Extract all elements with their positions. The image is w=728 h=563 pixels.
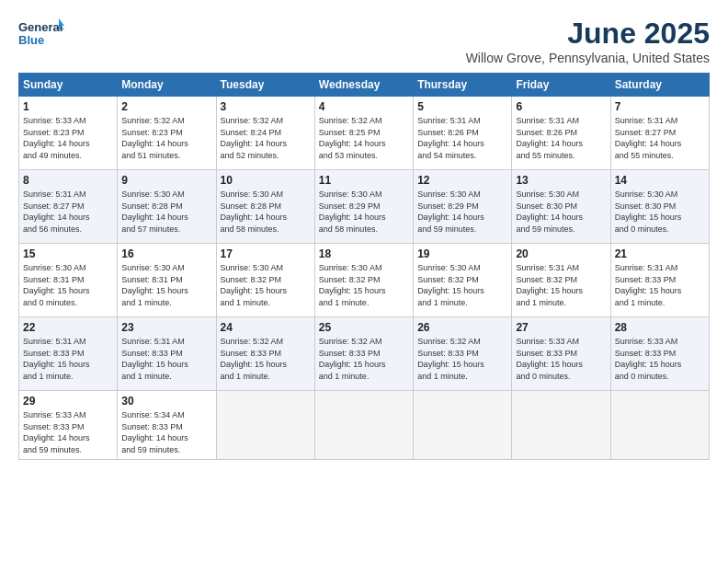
day-number: 3: [221, 100, 311, 113]
cell-info: Sunrise: 5:30 AM Sunset: 8:32 PM Dayligh…: [319, 262, 409, 308]
week-row-3: 15Sunrise: 5:30 AM Sunset: 8:31 PM Dayli…: [19, 244, 710, 317]
day-number: 28: [615, 321, 705, 334]
cell-info: Sunrise: 5:31 AM Sunset: 8:27 PM Dayligh…: [615, 115, 705, 161]
day-number: 29: [23, 395, 113, 408]
calendar-cell: 1Sunrise: 5:33 AM Sunset: 8:23 PM Daylig…: [19, 97, 118, 170]
cell-info: Sunrise: 5:33 AM Sunset: 8:33 PM Dayligh…: [615, 336, 705, 382]
calendar-cell: 8Sunrise: 5:31 AM Sunset: 8:27 PM Daylig…: [19, 170, 118, 244]
calendar-cell: 30Sunrise: 5:34 AM Sunset: 8:33 PM Dayli…: [118, 391, 216, 460]
day-number: 11: [319, 174, 409, 187]
cell-info: Sunrise: 5:30 AM Sunset: 8:28 PM Dayligh…: [221, 189, 311, 235]
calendar-cell: 15Sunrise: 5:30 AM Sunset: 8:31 PM Dayli…: [19, 244, 118, 317]
day-number: 13: [516, 174, 606, 187]
day-number: 16: [121, 247, 211, 260]
title-block: June 2025 Willow Grove, Pennsylvania, Un…: [466, 17, 710, 65]
day-number: 8: [23, 174, 113, 187]
calendar-cell: 4Sunrise: 5:32 AM Sunset: 8:25 PM Daylig…: [314, 97, 413, 170]
cell-info: Sunrise: 5:32 AM Sunset: 8:25 PM Dayligh…: [319, 115, 409, 161]
calendar-cell: [314, 391, 413, 460]
logo: General Blue: [18, 17, 64, 53]
calendar-cell: 13Sunrise: 5:30 AM Sunset: 8:30 PM Dayli…: [512, 170, 610, 244]
day-number: 26: [417, 321, 507, 334]
day-number: 18: [319, 247, 409, 260]
day-header-sunday: Sunday: [19, 74, 118, 97]
calendar-table: SundayMondayTuesdayWednesdayThursdayFrid…: [18, 73, 710, 460]
calendar-cell: [610, 391, 709, 460]
cell-info: Sunrise: 5:32 AM Sunset: 8:24 PM Dayligh…: [221, 115, 311, 161]
calendar-cell: 29Sunrise: 5:33 AM Sunset: 8:33 PM Dayli…: [19, 391, 118, 460]
cell-info: Sunrise: 5:31 AM Sunset: 8:26 PM Dayligh…: [516, 115, 606, 161]
calendar-cell: 9Sunrise: 5:30 AM Sunset: 8:28 PM Daylig…: [118, 170, 216, 244]
calendar-page: General Blue June 2025 Willow Grove, Pen…: [0, 0, 728, 563]
calendar-cell: 18Sunrise: 5:30 AM Sunset: 8:32 PM Dayli…: [314, 244, 413, 317]
day-number: 12: [417, 174, 507, 187]
day-number: 4: [319, 100, 409, 113]
day-number: 23: [121, 321, 211, 334]
cell-info: Sunrise: 5:31 AM Sunset: 8:27 PM Dayligh…: [23, 189, 113, 235]
calendar-cell: 28Sunrise: 5:33 AM Sunset: 8:33 PM Dayli…: [610, 317, 709, 391]
day-number: 7: [615, 100, 705, 113]
day-header-monday: Monday: [118, 74, 216, 97]
logo-svg: General Blue: [18, 17, 64, 53]
day-number: 21: [615, 247, 705, 260]
calendar-cell: 22Sunrise: 5:31 AM Sunset: 8:33 PM Dayli…: [19, 317, 118, 391]
header: General Blue June 2025 Willow Grove, Pen…: [18, 17, 710, 65]
day-number: 6: [516, 100, 606, 113]
day-number: 22: [23, 321, 113, 334]
day-header-tuesday: Tuesday: [216, 74, 314, 97]
calendar-cell: 19Sunrise: 5:30 AM Sunset: 8:32 PM Dayli…: [414, 244, 512, 317]
calendar-cell: 20Sunrise: 5:31 AM Sunset: 8:32 PM Dayli…: [512, 244, 610, 317]
day-number: 19: [417, 247, 507, 260]
svg-text:General: General: [18, 20, 63, 34]
calendar-cell: 24Sunrise: 5:32 AM Sunset: 8:33 PM Dayli…: [216, 317, 314, 391]
calendar-cell: 7Sunrise: 5:31 AM Sunset: 8:27 PM Daylig…: [610, 97, 709, 170]
cell-info: Sunrise: 5:30 AM Sunset: 8:28 PM Dayligh…: [121, 189, 211, 235]
day-header-thursday: Thursday: [414, 74, 512, 97]
calendar-cell: [512, 391, 610, 460]
svg-text:Blue: Blue: [18, 33, 44, 47]
calendar-cell: 26Sunrise: 5:32 AM Sunset: 8:33 PM Dayli…: [414, 317, 512, 391]
week-row-1: 1Sunrise: 5:33 AM Sunset: 8:23 PM Daylig…: [19, 97, 710, 170]
day-number: 10: [221, 174, 311, 187]
calendar-cell: 10Sunrise: 5:30 AM Sunset: 8:28 PM Dayli…: [216, 170, 314, 244]
day-number: 9: [121, 174, 211, 187]
calendar-cell: 2Sunrise: 5:32 AM Sunset: 8:23 PM Daylig…: [118, 97, 216, 170]
day-header-saturday: Saturday: [610, 74, 709, 97]
cell-info: Sunrise: 5:30 AM Sunset: 8:32 PM Dayligh…: [417, 262, 507, 308]
cell-info: Sunrise: 5:30 AM Sunset: 8:30 PM Dayligh…: [615, 189, 705, 235]
week-row-2: 8Sunrise: 5:31 AM Sunset: 8:27 PM Daylig…: [19, 170, 710, 244]
cell-info: Sunrise: 5:32 AM Sunset: 8:33 PM Dayligh…: [417, 336, 507, 382]
calendar-cell: 27Sunrise: 5:33 AM Sunset: 8:33 PM Dayli…: [512, 317, 610, 391]
calendar-subtitle: Willow Grove, Pennsylvania, United State…: [466, 51, 710, 65]
cell-info: Sunrise: 5:30 AM Sunset: 8:31 PM Dayligh…: [23, 262, 113, 308]
cell-info: Sunrise: 5:30 AM Sunset: 8:31 PM Dayligh…: [121, 262, 211, 308]
calendar-cell: 5Sunrise: 5:31 AM Sunset: 8:26 PM Daylig…: [414, 97, 512, 170]
day-number: 14: [615, 174, 705, 187]
cell-info: Sunrise: 5:31 AM Sunset: 8:26 PM Dayligh…: [417, 115, 507, 161]
cell-info: Sunrise: 5:30 AM Sunset: 8:32 PM Dayligh…: [221, 262, 311, 308]
day-number: 2: [121, 100, 211, 113]
day-number: 25: [319, 321, 409, 334]
day-number: 20: [516, 247, 606, 260]
day-number: 5: [417, 100, 507, 113]
calendar-cell: [414, 391, 512, 460]
day-number: 1: [23, 100, 113, 113]
day-number: 30: [121, 395, 211, 408]
calendar-cell: 6Sunrise: 5:31 AM Sunset: 8:26 PM Daylig…: [512, 97, 610, 170]
calendar-cell: 21Sunrise: 5:31 AM Sunset: 8:33 PM Dayli…: [610, 244, 709, 317]
cell-info: Sunrise: 5:33 AM Sunset: 8:33 PM Dayligh…: [23, 409, 113, 455]
week-row-5: 29Sunrise: 5:33 AM Sunset: 8:33 PM Dayli…: [19, 391, 710, 460]
day-header-friday: Friday: [512, 74, 610, 97]
calendar-title: June 2025: [466, 17, 710, 51]
cell-info: Sunrise: 5:30 AM Sunset: 8:29 PM Dayligh…: [319, 189, 409, 235]
cell-info: Sunrise: 5:31 AM Sunset: 8:33 PM Dayligh…: [23, 336, 113, 382]
calendar-cell: [216, 391, 314, 460]
week-row-4: 22Sunrise: 5:31 AM Sunset: 8:33 PM Dayli…: [19, 317, 710, 391]
cell-info: Sunrise: 5:32 AM Sunset: 8:33 PM Dayligh…: [221, 336, 311, 382]
cell-info: Sunrise: 5:30 AM Sunset: 8:30 PM Dayligh…: [516, 189, 606, 235]
cell-info: Sunrise: 5:33 AM Sunset: 8:23 PM Dayligh…: [23, 115, 113, 161]
cell-info: Sunrise: 5:33 AM Sunset: 8:33 PM Dayligh…: [516, 336, 606, 382]
day-header-row: SundayMondayTuesdayWednesdayThursdayFrid…: [19, 74, 710, 97]
cell-info: Sunrise: 5:30 AM Sunset: 8:29 PM Dayligh…: [417, 189, 507, 235]
cell-info: Sunrise: 5:31 AM Sunset: 8:32 PM Dayligh…: [516, 262, 606, 308]
